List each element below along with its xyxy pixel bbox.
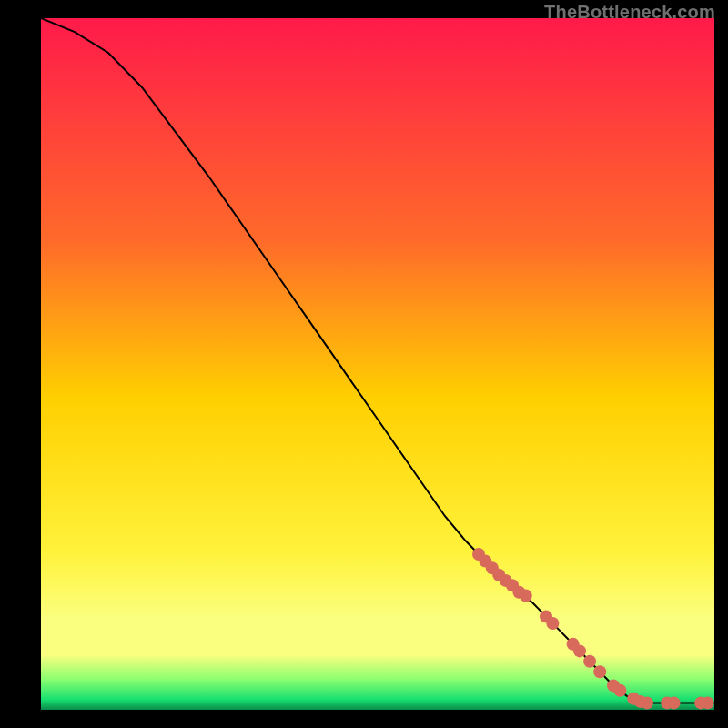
chart-svg [41,18,714,710]
gradient-background [41,18,714,710]
data-marker [668,696,681,709]
data-marker [593,665,606,678]
data-marker [702,696,714,709]
data-marker [641,696,653,709]
data-marker [546,617,559,630]
data-marker [613,684,626,697]
data-marker [520,590,532,602]
data-marker [573,644,586,657]
data-marker [583,655,596,668]
chart-area [41,18,714,710]
attribution-label: TheBottleneck.com [544,2,715,23]
